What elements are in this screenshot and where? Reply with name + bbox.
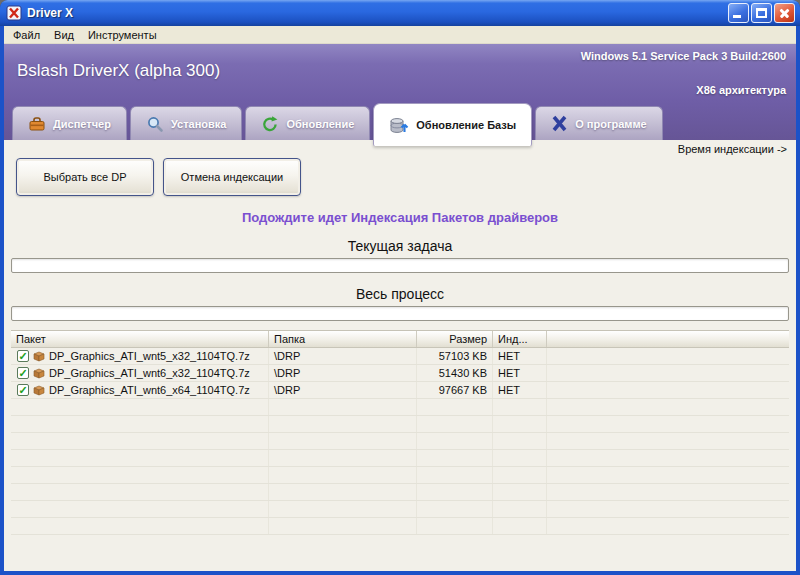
overall-progressbar [11,306,789,321]
maximize-button[interactable] [751,3,772,23]
package-name: DP_Graphics_ATI_wnt6_x32_1104TQ.7z [49,367,250,379]
table-row[interactable]: ✓ DP_Graphics_ATI_wnt5_x32_1104TQ.7z \DR… [11,348,789,365]
system-info: Windows 5.1 Service Pack 3 Build:2600 X8… [581,50,786,96]
package-folder: \DRP [269,365,417,381]
column-header-folder[interactable]: Папка [269,331,417,347]
table-empty-row [11,399,789,416]
table-empty-row [11,433,789,450]
table-row[interactable]: ✓ DP_Graphics_ATI_wnt6_x32_1104TQ.7z \DR… [11,365,789,382]
table-header: Пакет Папка Размер Инд... [11,331,789,348]
row-checkbox[interactable]: ✓ [17,367,29,379]
indexing-status-message: Подождите идет Индексация Пакетов драйве… [4,210,796,225]
package-icon [33,367,45,379]
row-checkbox[interactable]: ✓ [17,384,29,396]
tab-label: Установка [171,118,227,130]
menu-view[interactable]: Вид [47,28,81,42]
table-row[interactable]: ✓ DP_Graphics_ATI_wnt6_x64_1104TQ.7z \DR… [11,382,789,399]
minimize-button[interactable] [728,3,749,23]
app-title: Bslash DriverX (alpha 300) [17,61,220,81]
menu-file[interactable]: Файл [6,28,47,42]
column-header-package[interactable]: Пакет [11,331,269,347]
package-indexed: НЕТ [493,348,547,364]
table-empty-row [11,484,789,501]
package-indexed: НЕТ [493,382,547,398]
table-empty-row [11,467,789,484]
tab-bar: Диспетчер Установка Обно [4,100,796,140]
package-name: DP_Graphics_ATI_wnt6_x64_1104TQ.7z [49,384,250,396]
cancel-indexing-button[interactable]: Отмена индексации [163,158,301,196]
package-folder: \DRP [269,382,417,398]
tab-label: О программе [575,118,647,130]
tab-about[interactable]: О программе [535,106,663,140]
arch-info: X86 архитектура [696,84,786,96]
column-header-filler [547,331,789,347]
current-task-progressbar [11,258,789,273]
package-folder: \DRP [269,348,417,364]
window-body: Файл Вид Инструменты Bslash DriverX (alp… [4,26,796,571]
toolbox-icon [28,115,46,133]
column-header-ind[interactable]: Инд... [493,331,547,347]
overall-process-label: Весь процесс [4,286,796,302]
action-buttons: Выбрать все DP Отмена индексации [4,155,796,196]
checkmark-icon: ✓ [18,385,27,395]
tab-label: Обновление [286,118,354,130]
package-size: 51430 KB [417,365,493,381]
package-indexed: НЕТ [493,365,547,381]
x-logo-icon [551,115,568,132]
tab-database-update[interactable]: Обновление Базы [373,103,532,146]
table-empty-row [11,450,789,467]
table-empty-row [11,501,789,518]
os-info: Windows 5.1 Service Pack 3 Build:2600 [581,50,786,62]
table-empty-row [11,416,789,433]
tab-install[interactable]: Установка [130,106,243,140]
refresh-icon [261,115,279,133]
package-icon [33,384,45,396]
magnifier-icon [146,115,164,133]
package-size: 57103 KB [417,348,493,364]
app-icon [6,5,22,21]
tab-dispatcher[interactable]: Диспетчер [12,106,127,140]
main-content: Время индексации -> Выбрать все DP Отмен… [4,140,796,571]
current-task-label: Текущая задача [4,238,796,254]
title-bar[interactable]: Driver X [0,0,800,26]
app-window: Driver X Файл Вид Инструменты Bslash Dri… [0,0,800,575]
tab-update[interactable]: Обновление [245,106,370,140]
package-size: 97667 KB [417,382,493,398]
menu-bar: Файл Вид Инструменты [4,26,796,44]
package-icon [33,350,45,362]
package-table: Пакет Папка Размер Инд... ✓ DP_Graphics_… [11,330,789,535]
checkmark-icon: ✓ [18,368,27,378]
tab-label: Обновление Базы [416,119,516,131]
checkmark-icon: ✓ [18,351,27,361]
package-name: DP_Graphics_ATI_wnt5_x32_1104TQ.7z [49,350,250,362]
database-icon [389,116,409,135]
app-header: Bslash DriverX (alpha 300) Windows 5.1 S… [4,44,796,100]
menu-tools[interactable]: Инструменты [81,28,164,42]
window-title: Driver X [27,6,726,20]
column-header-size[interactable]: Размер [417,331,493,347]
close-button[interactable] [774,3,795,23]
select-all-dp-button[interactable]: Выбрать все DP [16,158,154,196]
table-empty-row [11,518,789,535]
tab-label: Диспетчер [53,118,111,130]
row-checkbox[interactable]: ✓ [17,350,29,362]
